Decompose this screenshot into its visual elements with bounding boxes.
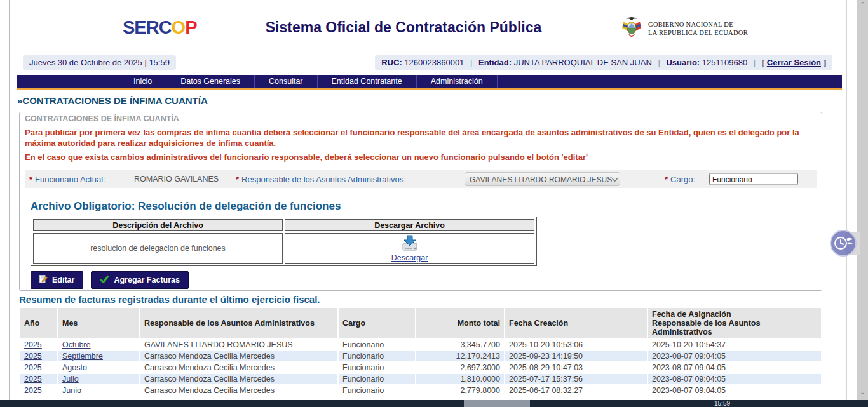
gov-line2: LA REPUBLICA DEL ECUADOR (648, 29, 748, 37)
year-link[interactable]: 2025 (24, 340, 42, 349)
government-brand: GOBIERNO NACIONAL DE LA REPUBLICA DEL EC… (620, 17, 748, 41)
separator: | (658, 58, 660, 67)
fecha-creacion-cell: 2025-10-20 10:53:06 (505, 340, 647, 350)
separator: | (470, 58, 472, 67)
action-buttons: Editar Agregar Facturas (31, 271, 822, 289)
fecha-creacion-cell: 2025-07-17 15:37:56 (505, 374, 647, 384)
agregar-facturas-button[interactable]: Agregar Facturas (91, 271, 189, 289)
invoice-row: 2025 Junio Carrasco Mendoza Cecilia Merc… (20, 385, 821, 396)
responsable-cell: Carrasco Mendoza Cecilia Mercedes (140, 374, 337, 384)
month-link[interactable]: Septiembre (62, 352, 103, 361)
cargo-cell: Funcionario (339, 351, 415, 361)
logout-link[interactable]: Cerrar Sesión (767, 58, 821, 67)
col-responsable: Responsable de los Asuntos Administrativ… (140, 308, 337, 338)
page-right-border (846, 0, 847, 407)
invoice-row: 2025 Octubre GAVILANES LITARDO ROMARIO J… (20, 340, 821, 350)
editar-button-label: Editar (52, 276, 74, 284)
col-cargo: Cargo (339, 308, 415, 338)
page-left-border (9, 0, 10, 407)
col-descargar-archivo: Descargar Archivo (285, 219, 534, 231)
fecha-creacion-cell: 2025-09-23 14:19:50 (505, 351, 647, 361)
responsable-cell: GAVILANES LITARDO ROMARIO JESUS (140, 340, 337, 350)
os-taskbar[interactable]: 15:59 (0, 400, 868, 407)
panel-legend: CONTRATACIONES DE ÍNFIMA CUANTÍA (25, 114, 822, 123)
agregar-facturas-button-label: Agregar Facturas (114, 276, 180, 284)
col-ano: Año (20, 308, 57, 338)
fecha-asignacion-cell: 2023-08-07 09:04:05 (648, 363, 821, 373)
infima-cuantia-panel: CONTRATACIONES DE ÍNFIMA CUANTÍA Para pu… (19, 112, 822, 291)
cargo-cell: Funcionario (339, 385, 415, 396)
col-mes: Mes (58, 308, 139, 338)
fecha-asignacion-cell: 2023-08-07 09:04:05 (648, 385, 821, 396)
taskbar-window-button[interactable] (464, 400, 530, 407)
clock-widget-icon[interactable] (830, 230, 857, 257)
cargo-cell: Funcionario (339, 363, 415, 373)
year-link[interactable]: 2025 (24, 386, 42, 395)
resumen-heading: Resumen de facturas registradas durante … (19, 294, 320, 305)
gov-line1: GOBIERNO NACIONAL DE (648, 20, 748, 29)
year-link[interactable]: 2025 (24, 375, 42, 384)
session-info-bar: RUC: 1260023860001 | Entidad: JUNTA PARR… (375, 55, 832, 70)
cargo-input[interactable] (709, 173, 798, 185)
month-link[interactable]: Octubre (62, 340, 90, 349)
chevron-down-icon (612, 175, 618, 183)
nav-item-consultar[interactable]: Consultar (255, 75, 318, 88)
monto-cell: 2,697.3000 (416, 363, 504, 373)
archivo-descarga-cell: Descargar (285, 233, 534, 264)
responsable-select[interactable]: GAVILANES LITARDO ROMARIO JESUS (465, 173, 620, 186)
sercop-logo: SERCOP (123, 17, 196, 38)
nav-item-entidad-contratante[interactable]: Entidad Contratante (318, 75, 417, 88)
logout-bracket-close: ] (824, 58, 826, 67)
ruc-value: 1260023860001 (404, 58, 464, 67)
entidad-value: JUNTA PARROQUIAL DE SAN JUAN (514, 58, 652, 67)
responsable-cell: Carrasco Mendoza Cecilia Mercedes (140, 385, 337, 396)
month-link[interactable]: Julio (62, 375, 79, 384)
section-title: »CONTRATACIONES DE ÍNFIMA CUANTÍA (17, 95, 842, 109)
facturas-header-row: Año Mes Responsable de los Asuntos Admin… (20, 308, 821, 338)
year-link[interactable]: 2025 (24, 352, 42, 361)
nav-item-datos-generales[interactable]: Datos Generales (166, 75, 255, 88)
sercop-logo-blue: SERC (123, 17, 172, 37)
col-monto-total: Monto total (416, 308, 504, 338)
sercop-logo-gold: O (172, 17, 186, 37)
fecha-asignacion-cell: 2025-10-20 10:54:37 (648, 340, 821, 350)
archivo-descripcion: resolucion de delegacion de funciones (33, 233, 283, 264)
fecha-creacion-cell: 2025-08-29 10:47:03 (505, 363, 647, 373)
col-fecha-creacion: Fecha Creación (505, 308, 647, 338)
page-title: Sistema Oficial de Contratación Pública (203, 19, 604, 36)
year-link[interactable]: 2025 (24, 363, 42, 372)
download-icon[interactable] (286, 235, 533, 253)
monto-cell: 2,779.8000 (416, 385, 504, 396)
main-nav: Inicio Datos Generales Consultar Entidad… (17, 75, 842, 90)
fecha-asignacion-cell: 2023-08-07 09:04:05 (648, 351, 821, 361)
taskbar-clock: 15:59 (714, 400, 730, 407)
editar-button[interactable]: Editar (31, 271, 83, 289)
entidad-label: Entidad: (478, 58, 512, 67)
datetime-display: Jueves 30 de Octubre de 2025 | 15:59 (23, 55, 176, 70)
responsable-label: *Responsable de los Asuntos Administrati… (236, 175, 406, 184)
month-link[interactable]: Junio (62, 386, 81, 395)
taskbar-divider (853, 400, 853, 407)
ecuador-coat-of-arms-icon (620, 17, 643, 41)
invoice-row: 2025 Agosto Carrasco Mendoza Cecilia Mer… (20, 363, 821, 373)
col-fecha-asignacion: Fecha de Asignación Responsable de los A… (648, 308, 821, 338)
month-link[interactable]: Agosto (62, 363, 87, 372)
fecha-creacion-cell: 2025-06-17 08:32:27 (505, 385, 647, 396)
scroll-up-icon[interactable]: ⌃ (857, 1, 868, 8)
nav-item-inicio[interactable]: Inicio (119, 75, 166, 88)
usuario-value: 1251109680 (702, 58, 747, 67)
fecha-asignacion-cell: 2023-08-07 09:04:05 (648, 374, 821, 384)
archivo-row: resolucion de delegacion de funciones De… (33, 233, 534, 264)
nav-item-administracion[interactable]: Administración (417, 75, 498, 88)
responsible-form-row: *Funcionario Actual: ROMARIO GAVILANES *… (25, 170, 817, 188)
download-link[interactable]: Descargar (391, 253, 428, 262)
cargo-label: *Cargo: (665, 175, 695, 184)
scroll-down-icon[interactable]: ⌄ (857, 389, 868, 396)
vertical-scrollbar[interactable]: ⌃ ⌄ (857, 0, 868, 407)
usuario-label: Usuario: (666, 58, 700, 67)
invoice-row: 2025 Septiembre Carrasco Mendoza Cecilia… (20, 351, 821, 361)
monto-cell: 1,810.0000 (416, 374, 504, 384)
required-marker: * (29, 175, 32, 184)
funcionario-actual-value: ROMARIO GAVILANES (134, 175, 219, 183)
edit-icon (39, 275, 48, 285)
